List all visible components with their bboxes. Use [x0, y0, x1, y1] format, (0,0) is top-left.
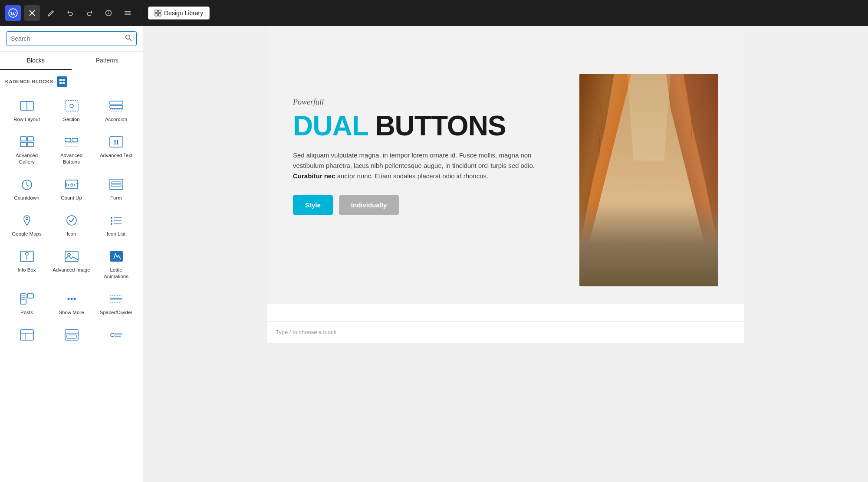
svg-point-42	[26, 217, 28, 220]
block-label-show-more: Show More	[59, 309, 84, 316]
block-item-count-up[interactable]: 0•0•7 Count Up	[50, 171, 93, 206]
block-item-accordion[interactable]: Accordion	[95, 93, 138, 127]
sidebar: Blocks Patterns KADENCE BLOCKS	[0, 26, 143, 482]
extra-1-icon	[16, 327, 37, 343]
pencil-button[interactable]	[43, 5, 59, 21]
info-box-icon	[16, 249, 37, 264]
svg-rect-10	[155, 10, 158, 13]
count-up-icon: 0•0•7	[61, 177, 82, 192]
block-item-google-maps[interactable]: Google Maps	[5, 207, 48, 242]
hero-buttons: Style Individually	[293, 195, 562, 215]
block-label-icon-list: Icon List	[107, 231, 125, 237]
sidebar-tabs: Blocks Patterns	[0, 52, 143, 70]
svg-point-61	[67, 298, 69, 300]
svg-point-78	[592, 256, 705, 286]
toolbar: W Design Library	[0, 0, 868, 26]
block-label-row-layout: Row Layout	[13, 116, 40, 123]
block-item-lottie-animations[interactable]: Lottie Animations	[95, 243, 138, 284]
svg-rect-13	[158, 13, 161, 16]
svg-point-54	[68, 253, 70, 256]
search-icon	[125, 34, 132, 43]
svg-rect-41	[112, 185, 121, 187]
svg-line-86	[649, 275, 651, 279]
block-label-posts: Posts	[20, 309, 33, 316]
info-button[interactable]	[101, 5, 116, 21]
block-label-accordion: Accordion	[105, 116, 127, 123]
wp-logo[interactable]: W	[5, 5, 21, 21]
hero-content: Powerfull DUAL BUTTONS Sed aliquam vulpu…	[293, 98, 579, 241]
svg-rect-26	[110, 109, 123, 111]
block-item-advanced-image[interactable]: Advanced Image	[50, 243, 93, 284]
block-label-icon: Icon	[67, 231, 76, 237]
block-item-extra-2[interactable]	[50, 322, 93, 350]
svg-line-87	[651, 275, 653, 279]
svg-rect-16	[59, 79, 62, 81]
svg-point-6	[108, 11, 109, 12]
accordion-icon	[106, 98, 127, 114]
block-item-icon-list[interactable]: Icon List	[95, 207, 138, 242]
hero-subtitle: Powerfull	[293, 98, 562, 107]
svg-point-80	[667, 269, 683, 276]
svg-rect-19	[62, 82, 65, 84]
block-label-count-up: Count Up	[61, 195, 82, 201]
svg-point-51	[26, 252, 28, 255]
svg-line-15	[130, 39, 132, 41]
tab-blocks[interactable]: Blocks	[0, 52, 72, 70]
redo-button[interactable]	[82, 5, 97, 21]
block-item-extra-3[interactable]	[95, 322, 138, 350]
svg-point-81	[640, 274, 658, 281]
hero-title-blue: DUAL	[293, 110, 368, 141]
design-library-label: Design Library	[164, 10, 203, 16]
block-label-form: Form	[110, 195, 122, 201]
hero-title-dark: BUTTONS	[375, 110, 506, 141]
block-item-posts[interactable]: Posts	[5, 286, 48, 320]
block-item-section[interactable]: Section	[50, 93, 93, 127]
svg-rect-56	[20, 294, 26, 304]
svg-point-73	[111, 333, 114, 337]
block-item-spacer-divider[interactable]: Spacer/Divider	[95, 286, 138, 320]
blocks-grid: Row Layout Section Accordi	[5, 93, 138, 350]
block-item-advanced-gallery[interactable]: Advanced Gallery	[5, 129, 48, 170]
style-button[interactable]: Style	[293, 195, 333, 215]
advanced-gallery-icon	[16, 134, 37, 150]
svg-rect-25	[110, 105, 123, 108]
svg-rect-28	[27, 137, 33, 141]
block-item-row-layout[interactable]: Row Layout	[5, 93, 48, 127]
block-item-countdown[interactable]: Countdown	[5, 171, 48, 206]
block-label-advanced-text: Advanced Text	[100, 152, 132, 159]
block-item-info-box[interactable]: Info Box	[5, 243, 48, 284]
svg-rect-27	[20, 137, 26, 141]
kadence-icon	[57, 76, 67, 87]
canyon-illustration	[579, 74, 718, 286]
editor-area: Powerfull DUAL BUTTONS Sed aliquam vulpu…	[143, 26, 868, 482]
sidebar-content: KADENCE BLOCKS Row Layout	[0, 70, 143, 482]
block-item-advanced-text[interactable]: H Advanced Text	[95, 129, 138, 170]
svg-point-62	[70, 298, 72, 300]
block-item-form[interactable]: Form	[95, 171, 138, 206]
list-view-button[interactable]	[120, 5, 135, 21]
wave-divider	[267, 286, 744, 321]
design-library-button[interactable]: Design Library	[148, 7, 210, 20]
block-item-extra-1[interactable]	[5, 322, 48, 350]
individually-button[interactable]: Individually	[339, 195, 399, 215]
block-item-advanced-buttons[interactable]: Advanced Buttons	[50, 129, 93, 170]
hero-body: Sed aliquam vulputate magna, in tempor l…	[293, 150, 562, 181]
svg-rect-53	[65, 251, 78, 262]
close-button[interactable]	[24, 5, 40, 21]
icon-block-icon	[61, 213, 82, 228]
show-more-icon	[61, 291, 82, 307]
svg-rect-17	[62, 79, 65, 81]
block-label-info-box: Info Box	[17, 267, 36, 273]
svg-point-46	[111, 220, 112, 222]
tab-patterns[interactable]: Patterns	[72, 52, 143, 70]
block-item-show-more[interactable]: Show More	[50, 286, 93, 320]
svg-line-84	[648, 271, 651, 274]
svg-rect-18	[59, 82, 62, 84]
block-item-icon[interactable]: Icon	[50, 207, 93, 242]
svg-point-48	[111, 223, 112, 225]
svg-rect-31	[65, 138, 71, 142]
undo-button[interactable]	[62, 5, 78, 21]
block-label-google-maps: Google Maps	[12, 231, 41, 237]
search-input[interactable]	[11, 35, 122, 42]
svg-text:0•0•7: 0•0•7	[65, 182, 79, 188]
